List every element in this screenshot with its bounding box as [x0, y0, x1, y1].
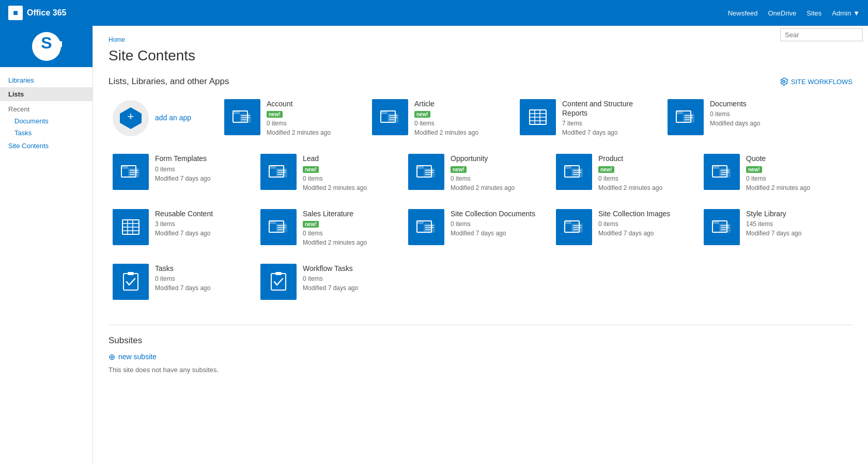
sidebar-item-documents[interactable]: Documents	[0, 115, 92, 127]
new-subsite-label: new subsite	[118, 353, 157, 361]
app-meta-reusable-content: 3 itemsModified 7 days ago	[155, 219, 244, 238]
svg-rect-45	[425, 172, 433, 173]
add-app-label: add an app	[155, 113, 191, 122]
settings-icon	[780, 77, 788, 86]
app-info-style-library: Style Library 145 itemsModified 7 days a…	[746, 209, 835, 238]
onedrive-link[interactable]: OneDrive	[768, 9, 796, 17]
app-name-reusable-content: Reusable Content	[155, 209, 244, 218]
admin-label: Admin	[832, 9, 851, 17]
app-icon-form-templates	[113, 154, 149, 190]
search-input[interactable]	[780, 28, 863, 41]
app-name-documents: Documents	[710, 99, 799, 108]
svg-rect-6	[233, 111, 240, 114]
sidebar-item-tasks[interactable]: Tasks	[0, 127, 92, 139]
no-subsites-text: This site does not have any subsites.	[109, 366, 853, 374]
svg-rect-24	[676, 111, 683, 114]
site-logo: S	[0, 26, 92, 67]
app-name-sales-literature: Sales Literature	[303, 209, 392, 218]
svg-rect-33	[130, 172, 138, 173]
new-badge: new!	[746, 166, 762, 173]
breadcrumb[interactable]: Home	[109, 36, 853, 43]
svg-rect-54	[712, 166, 719, 169]
app-tile-article[interactable]: Article new! 0 itemsModified 2 minutes a…	[368, 95, 507, 141]
svg-rect-56	[721, 170, 729, 171]
top-nav-links: Newsfeed OneDrive Sites Admin ▼	[728, 9, 860, 17]
new-subsite-link[interactable]: ⊕ new subsite	[109, 352, 853, 362]
app-tile-opportunity[interactable]: Opportunity new! 0 itemsModified 2 minut…	[404, 150, 544, 196]
new-badge: new!	[414, 111, 430, 118]
app-tile-workflow-tasks[interactable]: Workflow Tasks 0 itemsModified 7 days ag…	[256, 260, 396, 304]
svg-rect-75	[425, 227, 433, 228]
app-meta-tasks: 0 itemsModified 7 days ago	[155, 274, 244, 293]
admin-menu[interactable]: Admin ▼	[832, 9, 860, 17]
app-tile-sales-literature[interactable]: Sales Literature new! 0 itemsModified 2 …	[256, 205, 396, 251]
svg-rect-88	[721, 229, 726, 230]
svg-rect-69	[277, 227, 286, 228]
svg-rect-70	[277, 229, 283, 230]
app-tile-form-templates[interactable]: Form Templates 0 itemsModified 7 days ag…	[109, 150, 248, 196]
svg-rect-39	[277, 172, 286, 173]
svg-rect-52	[573, 174, 578, 175]
app-icon-reusable-content	[113, 209, 149, 245]
app-info-form-templates: Form Templates 0 itemsModified 7 days ag…	[155, 154, 244, 183]
main-content: Home Site Contents Lists, Libraries, and…	[93, 26, 868, 464]
app-meta-workflow-tasks: 0 itemsModified 7 days ago	[303, 274, 392, 293]
app-icon-tasks	[113, 264, 149, 300]
new-badge: new!	[303, 166, 319, 173]
app-info-tasks: Tasks 0 itemsModified 7 days ago	[155, 264, 244, 293]
app-meta-form-templates: 0 itemsModified 7 days ago	[155, 165, 244, 183]
app-name-opportunity: Opportunity	[451, 154, 539, 163]
app-tile-tasks[interactable]: Tasks 0 itemsModified 7 days ago	[109, 260, 248, 304]
sidebar-item-site-contents[interactable]: Site Contents	[0, 139, 92, 153]
svg-rect-30	[121, 166, 128, 169]
app-tile-quote[interactable]: Quote new! 0 itemsModified 2 minutes ago	[700, 150, 839, 196]
app-name-content-structure-reports: Content and Structure Reports	[562, 99, 651, 118]
svg-text:+: +	[128, 110, 134, 123]
sidebar-item-libraries[interactable]: Libraries	[0, 73, 92, 87]
app-tile-style-library[interactable]: Style Library 145 itemsModified 7 days a…	[700, 205, 839, 251]
app-tile-lead[interactable]: Lead new! 0 itemsModified 2 minutes ago	[256, 150, 396, 196]
app-tile-site-collection-documents[interactable]: Site Collection Documents 0 itemsModifie…	[404, 205, 544, 251]
new-badge: new!	[451, 166, 467, 173]
app-info-account: Account new! 0 itemsModified 2 minutes a…	[267, 99, 355, 137]
svg-rect-90	[128, 272, 134, 275]
app-name-site-collection-documents: Site Collection Documents	[451, 209, 539, 218]
app-name-lead: Lead	[303, 154, 392, 163]
app-tile-product[interactable]: Product new! 0 itemsModified 2 minutes a…	[552, 150, 691, 196]
app-meta-site-collection-images: 0 itemsModified 7 days ago	[598, 219, 687, 238]
svg-rect-51	[573, 172, 581, 173]
app-icon-workflow-tasks	[260, 264, 297, 300]
top-navigation: ■ Office 365 Newsfeed OneDrive Sites Adm…	[0, 0, 868, 26]
app-tile-account[interactable]: Account new! 0 itemsModified 2 minutes a…	[220, 95, 360, 141]
app-icon-quote	[704, 154, 740, 190]
add-app-tile[interactable]: + add an app	[109, 95, 212, 141]
subsites-heading: Subsites	[109, 335, 853, 346]
app-icon-product	[556, 154, 592, 190]
section-heading-row: Lists, Libraries, and other Apps SITE WO…	[109, 76, 853, 87]
sidebar-item-lists[interactable]: Lists	[0, 87, 92, 101]
app-icon-lead	[260, 154, 297, 190]
newsfeed-link[interactable]: Newsfeed	[728, 9, 758, 17]
app-name-tasks: Tasks	[155, 264, 244, 273]
svg-rect-15	[389, 117, 397, 118]
app-tile-site-collection-images[interactable]: Site Collection Images 0 itemsModified 7…	[552, 205, 691, 251]
app-icon-documents	[668, 99, 704, 135]
app-tile-reusable-content[interactable]: Reusable Content 3 itemsModified 7 days …	[109, 205, 248, 251]
app-icon-article	[372, 99, 408, 135]
app-meta-lead: 0 itemsModified 2 minutes ago	[303, 174, 392, 193]
plus-circle-icon: ⊕	[109, 352, 115, 362]
svg-rect-84	[712, 221, 719, 224]
svg-rect-50	[573, 170, 581, 171]
site-workflows-link[interactable]: SITE WORKFLOWS	[780, 77, 853, 86]
sites-link[interactable]: Sites	[807, 9, 822, 17]
app-tile-documents[interactable]: Documents 0 itemsModified days ago	[663, 95, 803, 141]
chevron-down-icon: ▼	[853, 9, 860, 17]
svg-rect-16	[389, 119, 394, 120]
add-app-hexagon-icon: +	[118, 105, 144, 131]
office365-logo[interactable]: ■ Office 365	[8, 6, 66, 20]
svg-rect-86	[721, 225, 729, 226]
new-badge: new!	[598, 166, 614, 173]
site-workflows-label: SITE WORKFLOWS	[791, 78, 853, 86]
app-tile-content-structure-reports[interactable]: Content and Structure Reports 7 itemsMod…	[516, 95, 655, 141]
section-heading: Lists, Libraries, and other Apps	[109, 76, 229, 87]
